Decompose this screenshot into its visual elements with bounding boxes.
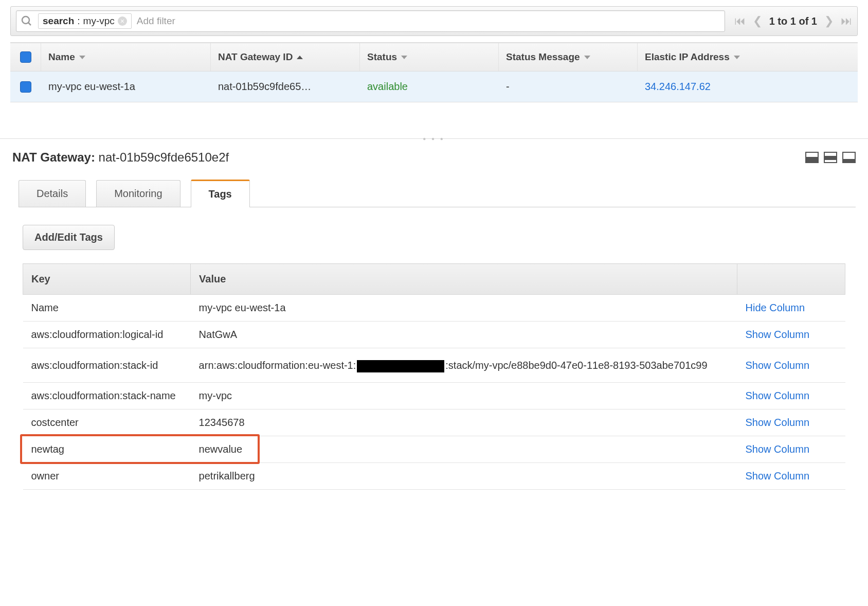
tag-value: newvalue	[191, 436, 737, 463]
tag-key: Name	[23, 295, 191, 322]
tag-row: aws:cloudformation:stack-name my-vpc Sho…	[23, 383, 845, 409]
resize-grip-icon[interactable]: ● ● ●	[423, 136, 445, 141]
svg-point-0	[22, 16, 29, 24]
tag-value: petrikallberg	[191, 463, 737, 490]
panel-title: NAT Gateway: nat-01b59c9fde6510e2f	[12, 150, 229, 165]
tab-details[interactable]: Details	[19, 180, 86, 207]
toggle-column-link[interactable]: Show Column	[746, 443, 810, 455]
detail-tabs: Details Monitoring Tags	[19, 179, 856, 207]
filter-bar: search : my-vpc × ⏮ ❮ 1 to 1 of 1 ❯ ⏭	[10, 6, 858, 36]
tag-row: owner petrikallberg Show Column	[23, 463, 845, 490]
layout-split-icon[interactable]	[824, 152, 837, 163]
select-all-header[interactable]	[10, 43, 41, 71]
sort-caret-icon	[401, 56, 407, 59]
cell-status: available	[360, 81, 499, 93]
tags-table: Key Value Name my-vpc eu-west-1a Hide Co…	[23, 263, 845, 490]
layout-bottom-icon[interactable]	[805, 152, 819, 163]
col-eip[interactable]: Elastic IP Address	[638, 43, 858, 71]
tags-col-value[interactable]: Value	[191, 264, 737, 295]
layout-full-icon[interactable]	[842, 152, 856, 163]
toggle-column-link[interactable]: Show Column	[746, 360, 810, 371]
tag-value: NatGwA	[191, 322, 737, 348]
tags-col-key[interactable]: Key	[23, 264, 191, 295]
page-first-icon[interactable]: ⏮	[734, 14, 746, 28]
tag-key: aws:cloudformation:stack-name	[23, 383, 191, 409]
search-icon	[21, 15, 33, 27]
chip-remove-icon[interactable]: ×	[118, 16, 127, 26]
toggle-column-link[interactable]: Show Column	[746, 329, 810, 340]
search-chip-key: search	[43, 15, 74, 27]
cell-eip-link[interactable]: 34.246.147.62	[638, 81, 858, 93]
nat-gateway-table: Name NAT Gateway ID Status Status Messag…	[10, 42, 858, 102]
cell-name: my-vpc eu-west-1a	[41, 81, 211, 93]
sort-caret-icon	[584, 56, 590, 59]
tag-value: my-vpc	[191, 383, 737, 409]
filter-input[interactable]	[137, 15, 720, 27]
sort-caret-icon	[297, 56, 303, 59]
col-status-message[interactable]: Status Message	[499, 43, 638, 71]
cell-natgw-id: nat-01b59c9fde65…	[211, 81, 360, 93]
row-checkbox[interactable]	[20, 81, 31, 93]
tag-value: my-vpc eu-west-1a	[191, 295, 737, 322]
toggle-column-link[interactable]: Show Column	[746, 417, 810, 428]
tag-row: newtag newvalue Show Column	[23, 436, 845, 463]
table-header: Name NAT Gateway ID Status Status Messag…	[10, 43, 858, 72]
tab-monitoring[interactable]: Monitoring	[96, 180, 180, 207]
sort-caret-icon	[734, 56, 740, 59]
col-natgw-id[interactable]: NAT Gateway ID	[211, 43, 360, 71]
tag-row: aws:cloudformation:logical-id NatGwA Sho…	[23, 322, 845, 348]
svg-line-1	[28, 23, 31, 25]
select-all-checkbox[interactable]	[20, 51, 31, 63]
pager: ⏮ ❮ 1 to 1 of 1 ❯ ⏭	[734, 14, 852, 28]
search-chip[interactable]: search : my-vpc ×	[38, 13, 132, 29]
toggle-column-link[interactable]: Hide Column	[746, 302, 805, 313]
tags-panel: Add/Edit Tags Key Value Name my-vpc eu-w…	[0, 207, 868, 507]
tag-row: aws:cloudformation:stack-id arn:aws:clou…	[23, 348, 845, 383]
toggle-column-link[interactable]: Show Column	[746, 470, 810, 482]
tag-value: arn:aws:cloudformation:eu-west-1::stack/…	[191, 348, 737, 383]
detail-panel-header: NAT Gateway: nat-01b59c9fde6510e2f	[0, 139, 868, 165]
col-name[interactable]: Name	[41, 43, 211, 71]
cell-status-message: -	[499, 81, 638, 93]
redacted-block	[357, 360, 444, 372]
tag-key: owner	[23, 463, 191, 490]
tag-row: costcenter 12345678 Show Column	[23, 409, 845, 436]
page-range: 1 to 1 of 1	[769, 15, 817, 27]
page-next-icon[interactable]: ❯	[824, 14, 834, 28]
tag-value: 12345678	[191, 409, 737, 436]
tag-key: newtag	[23, 436, 191, 463]
col-status[interactable]: Status	[360, 43, 499, 71]
panel-layout-controls	[805, 152, 856, 163]
toggle-column-link[interactable]: Show Column	[746, 390, 810, 401]
page-prev-icon[interactable]: ❮	[753, 14, 762, 28]
sort-caret-icon	[79, 56, 85, 59]
tag-row: Name my-vpc eu-west-1a Hide Column	[23, 295, 845, 322]
tag-key: costcenter	[23, 409, 191, 436]
tags-col-action	[737, 264, 845, 295]
add-edit-tags-button[interactable]: Add/Edit Tags	[23, 225, 115, 250]
search-box[interactable]: search : my-vpc ×	[16, 10, 725, 32]
tag-key: aws:cloudformation:stack-id	[23, 348, 191, 383]
table-row[interactable]: my-vpc eu-west-1a nat-01b59c9fde65… avai…	[10, 72, 858, 102]
tab-tags[interactable]: Tags	[191, 180, 250, 207]
page-last-icon[interactable]: ⏭	[841, 14, 852, 28]
panel-divider[interactable]: ● ● ●	[0, 138, 868, 139]
tag-key: aws:cloudformation:logical-id	[23, 322, 191, 348]
search-chip-value: my-vpc	[83, 15, 115, 27]
